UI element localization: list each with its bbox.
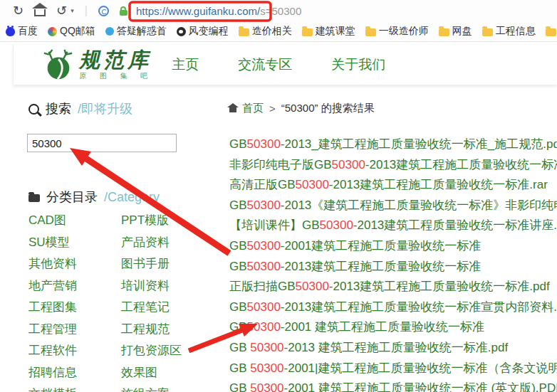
search-result-link[interactable]: GB 50300-2001 建筑工程施工质量验收统一标准 (英文版).PDF版: [229, 378, 557, 392]
result-text-pre: GB: [229, 260, 247, 273]
bookmark-label: 一级造价师: [379, 25, 429, 38]
result-text-post: -2001建筑工程施工质量验收统一标准: [281, 239, 481, 253]
breadcrumb-home-link[interactable]: 首页: [242, 102, 264, 115]
result-highlight: 50300: [247, 300, 281, 314]
category-link[interactable]: 产品资料: [121, 234, 228, 256]
search-result-link[interactable]: GB50300-2001建筑工程施工质量验收统一标准: [229, 236, 557, 257]
search-result-link[interactable]: GB50300-2013_建筑工程施工质量验收统一标准_施工规范.pdf: [229, 134, 557, 155]
site-logo[interactable]: 规范库 原 图 集 吧: [42, 48, 153, 81]
search-result-link[interactable]: 【培训课件】GB50300-2013建筑工程质量验收统一标准讲座.rar: [229, 216, 557, 236]
nav-item-0[interactable]: 主页: [172, 55, 199, 74]
category-title-label: 分类目录: [46, 189, 98, 206]
result-text-pre: 正版扫描GB: [229, 280, 296, 293]
search-results-list: GB50300-2013_建筑工程施工质量验收统一标准_施工规范.pdf非影印纯…: [229, 134, 557, 392]
security-shield-icon[interactable]: [98, 6, 109, 16]
search-result-link[interactable]: GB50300-2013建筑工程施工质量验收统一标准宣贯内部资料.pd: [229, 297, 557, 318]
category-link[interactable]: SU模型: [28, 234, 121, 256]
result-highlight: 50300: [247, 137, 281, 151]
logo-title: 规范库: [79, 50, 153, 70]
search-result-link[interactable]: GB 50300-2013 建筑工程施工质量验收统一标准.pdf: [229, 338, 557, 359]
search-result-link[interactable]: 高清正版GB50300-2013建筑工程施工质量验收统一标准.rar: [229, 175, 557, 196]
result-text-post: -2001|建筑工程施工质量验收统一标准（含条文说明）: [284, 361, 557, 375]
undo-icon[interactable]: ↺: [56, 4, 67, 17]
refresh-icon[interactable]: ↻: [13, 4, 24, 17]
bookmark-item[interactable]: 建筑规范图: [546, 25, 557, 38]
category-link[interactable]: 效果图: [121, 364, 228, 386]
search-result-link[interactable]: 非影印纯电子版GB50300-2013建筑工程施工质量验收统一标准.r: [229, 155, 557, 176]
category-link[interactable]: 招聘信息: [28, 364, 121, 386]
logo-text: 规范库 原 图 集 吧: [79, 50, 153, 80]
result-highlight: 50300: [296, 178, 329, 191]
result-text-pre: GB: [229, 239, 247, 253]
result-text-pre: 【培训课件】GB: [229, 218, 320, 232]
result-text-post: -2001 建筑工程施工质量验收统一标准 (英文版).PDF版: [284, 381, 557, 392]
result-text-pre: GB: [229, 361, 250, 375]
result-highlight: 50300: [247, 320, 281, 334]
result-text-pre: 高清正版GB: [229, 178, 296, 191]
bookmark-item[interactable]: 答疑解惑首: [105, 25, 167, 38]
bookmark-item[interactable]: 一级造价师: [365, 25, 429, 38]
result-text-post: -2013建筑工程施工质量验收统一标准.rar: [329, 178, 548, 191]
category-link[interactable]: 图书手册: [121, 255, 228, 277]
result-highlight: 50300: [250, 361, 283, 375]
result-highlight: 50300: [247, 260, 281, 273]
folder-icon: [365, 28, 376, 36]
category-link[interactable]: 打包资源区: [121, 342, 228, 364]
ssl-lock-icon: [120, 10, 127, 16]
bookmark-item[interactable]: 建筑课堂: [302, 25, 355, 38]
category-link[interactable]: 工程图集: [28, 299, 121, 321]
result-highlight: 50300: [247, 198, 281, 212]
search-result-link[interactable]: GB 50300-2001|建筑工程施工质量验收统一标准（含条文说明）: [229, 359, 557, 379]
result-highlight: 50300: [320, 218, 353, 232]
bookmark-label: 建筑课堂: [316, 25, 355, 38]
category-link[interactable]: 工程软件: [28, 342, 121, 364]
result-text-post: -2013建筑工程质量验收统一标准讲座.rar: [353, 218, 557, 232]
bookmark-item[interactable]: QQ邮箱: [48, 25, 95, 38]
category-link[interactable]: 施组方案: [121, 386, 228, 392]
bookmark-item[interactable]: 造价相关: [239, 25, 292, 38]
result-text-post: -2013建筑工程施工质量验收统一标准.pdf: [329, 280, 550, 293]
folder-icon: [482, 28, 493, 36]
result-text-pre: GB: [229, 381, 250, 392]
bookmark-item[interactable]: 百度: [6, 25, 38, 38]
undo-dropdown-caret-icon[interactable]: ▾: [71, 7, 74, 14]
category-link[interactable]: 工程规范: [121, 321, 228, 343]
bookmark-item[interactable]: 工程信息: [482, 25, 536, 38]
result-text-pre: GB: [229, 300, 247, 314]
category-link[interactable]: 文档模板: [28, 386, 121, 392]
folder-icon: [239, 28, 249, 36]
sidebar-search-heading: 搜索 /即将升级: [28, 100, 132, 117]
nav-item-2[interactable]: 关于我们: [331, 55, 385, 74]
search-icon: [28, 104, 39, 115]
category-link[interactable]: 地产营销: [28, 277, 121, 300]
nav-item-1[interactable]: 交流专区: [238, 55, 292, 74]
category-link[interactable]: 其他资料: [28, 255, 121, 277]
breadcrumb-home-icon[interactable]: [229, 107, 236, 112]
result-text-post: -2013 建筑工程施工质量验收统一标准.pdf: [284, 341, 509, 354]
search-input[interactable]: [27, 134, 177, 152]
browser-toolbar: ↻ ↺ ▾ | https://www.guifanku.com/s=50300: [0, 0, 557, 21]
search-result-link[interactable]: 正版扫描GB50300-2013建筑工程施工质量验收统一标准.pdf: [229, 277, 557, 297]
home-icon[interactable]: [34, 9, 46, 16]
bookmark-label: 工程信息: [496, 25, 536, 38]
search-result-link[interactable]: GB50300-2013《建筑工程施工质量验收统一标准》非影印纯电子: [229, 196, 557, 216]
folder-icon: [439, 28, 449, 36]
category-list: CAD图SU模型其他资料地产营销工程图集工程管理工程软件招聘信息文档模板PPT模…: [28, 212, 228, 392]
qa-icon: [105, 27, 114, 36]
address-bar[interactable]: https://www.guifanku.com/s=50300: [136, 5, 301, 17]
bookmark-label: 答疑解惑首: [117, 25, 167, 38]
bookmark-label: QQ邮箱: [60, 25, 95, 38]
folder-icon: [546, 28, 556, 36]
logo-subtitle: 原 图 集 吧: [79, 73, 153, 80]
category-link[interactable]: 工程管理: [28, 321, 121, 343]
bookmark-item[interactable]: 风变编程: [177, 25, 229, 38]
category-link[interactable]: 培训资料: [121, 277, 228, 300]
category-link[interactable]: CAD图: [28, 212, 121, 234]
bookmark-label: 网盘: [452, 25, 472, 38]
category-link[interactable]: PPT模版: [121, 212, 228, 234]
bookmark-item[interactable]: 网盘: [439, 25, 472, 38]
search-result-link[interactable]: GB50300-2013建筑工程施工质量验收统一标准: [229, 257, 557, 277]
search-result-link[interactable]: GB50300-2001 建筑工程施工质量验收统一标准: [229, 317, 557, 338]
category-link[interactable]: 工程笔记: [121, 299, 228, 321]
qqmail-icon: [48, 27, 57, 36]
